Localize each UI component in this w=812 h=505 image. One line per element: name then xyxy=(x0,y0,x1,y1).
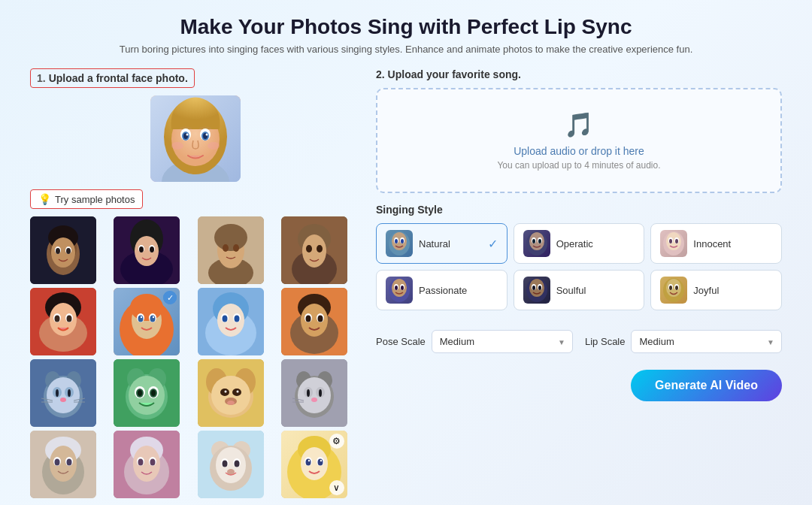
style-joyful[interactable]: Joyful xyxy=(650,270,782,310)
upload-song-label: 2. Upload your favorite song. xyxy=(376,68,782,80)
svg-point-111 xyxy=(236,391,238,393)
svg-point-31 xyxy=(150,246,154,252)
scale-controls-row: Pose Scale Medium Low High Lip Scale Med… xyxy=(376,330,782,353)
pose-scale-select[interactable]: Medium Low High xyxy=(432,330,573,353)
photo-face-6 xyxy=(114,288,180,355)
svg-point-191 xyxy=(538,286,541,290)
style-name-soulful: Soulful xyxy=(556,285,635,296)
svg-point-102 xyxy=(151,390,156,396)
svg-point-13 xyxy=(171,142,183,150)
photo-face-14 xyxy=(114,431,180,498)
sample-photo-10[interactable] xyxy=(114,359,180,427)
lip-scale-select[interactable]: Medium Low High xyxy=(631,330,782,353)
main-photo-area xyxy=(30,95,361,182)
svg-point-129 xyxy=(50,446,77,482)
svg-point-158 xyxy=(305,459,311,466)
svg-point-132 xyxy=(55,459,60,466)
svg-point-37 xyxy=(233,244,239,252)
style-soulful[interactable]: Soulful xyxy=(514,270,645,310)
expand-icon[interactable]: ∨ xyxy=(329,480,344,495)
svg-point-178 xyxy=(669,239,672,243)
sample-photo-13[interactable] xyxy=(30,431,96,498)
svg-point-85 xyxy=(56,389,59,397)
svg-point-36 xyxy=(223,244,229,252)
style-passionate[interactable]: Passionate xyxy=(376,270,508,310)
svg-point-87 xyxy=(60,398,66,402)
svg-point-190 xyxy=(532,286,535,290)
sample-photo-16[interactable]: ⚙ ∨ xyxy=(281,431,347,498)
natural-check-icon: ✓ xyxy=(488,237,498,251)
gear-icon[interactable]: ⚙ xyxy=(329,434,344,449)
svg-point-50 xyxy=(55,316,60,322)
svg-point-11 xyxy=(186,134,189,136)
style-natural[interactable]: Natural ✓ xyxy=(376,223,508,264)
svg-point-173 xyxy=(538,239,541,243)
svg-point-19 xyxy=(51,237,75,268)
sample-photo-3[interactable] xyxy=(198,216,264,284)
svg-point-60 xyxy=(141,316,142,318)
style-thumb-passionate xyxy=(386,277,413,304)
photo-face-13 xyxy=(30,431,96,498)
pose-scale-label: Pose Scale xyxy=(376,336,426,347)
sample-photo-8[interactable] xyxy=(281,288,347,355)
photo-face-7 xyxy=(198,288,264,355)
svg-point-184 xyxy=(395,286,398,290)
photo-face-9 xyxy=(30,359,96,427)
svg-point-82 xyxy=(47,377,80,413)
pose-scale-group: Pose Scale Medium Low High xyxy=(376,330,573,353)
svg-point-96 xyxy=(129,376,165,415)
style-thumb-joyful xyxy=(660,277,687,304)
sample-photo-15[interactable] xyxy=(198,431,264,498)
try-sample-photos-button[interactable]: 💡 Try sample photos xyxy=(30,189,143,209)
style-name-passionate: Passionate xyxy=(419,285,498,296)
upload-audio-area[interactable]: 🎵 Upload audio or drop it here You can u… xyxy=(376,88,782,193)
page-title: Make Your Photos Sing with Perfect Lip S… xyxy=(120,15,693,39)
svg-point-30 xyxy=(139,246,144,252)
style-operatic[interactable]: Operatic xyxy=(514,223,645,264)
svg-point-160 xyxy=(308,460,310,461)
photo-grid: ✓ xyxy=(30,216,361,498)
photo-face-4 xyxy=(281,216,347,284)
svg-point-149 xyxy=(222,461,227,467)
sample-photo-14[interactable] xyxy=(114,431,180,498)
style-name-joyful: Joyful xyxy=(693,285,772,296)
generate-ai-video-button[interactable]: Generate AI Video xyxy=(631,370,782,401)
sample-photo-4[interactable] xyxy=(281,216,347,284)
sample-photo-1[interactable] xyxy=(30,216,96,284)
right-bottom: Generate AI Video xyxy=(376,370,782,401)
sample-photo-5[interactable] xyxy=(30,288,96,355)
right-panel: 2. Upload your favorite song. 🎵 Upload a… xyxy=(376,68,782,498)
svg-point-77 xyxy=(317,316,323,322)
svg-point-65 xyxy=(217,304,244,337)
page-subtitle: Turn boring pictures into singing faces … xyxy=(120,44,693,55)
lip-scale-select-wrapper[interactable]: Medium Low High xyxy=(631,330,782,353)
style-name-operatic: Operatic xyxy=(556,238,635,249)
photo-face-8 xyxy=(281,288,347,355)
style-face-joyful xyxy=(660,277,687,304)
pose-scale-select-wrapper[interactable]: Medium Low High xyxy=(432,330,573,353)
sample-photo-12[interactable] xyxy=(281,359,347,427)
sample-photo-11[interactable] xyxy=(198,359,264,427)
sample-photo-9[interactable] xyxy=(30,359,96,427)
style-thumb-natural xyxy=(386,230,413,257)
left-panel: 1. Upload a frontal face photo. xyxy=(30,68,361,498)
sample-photo-6[interactable]: ✓ xyxy=(114,288,180,355)
svg-point-22 xyxy=(56,248,60,254)
photo-face-2 xyxy=(114,216,180,284)
style-face-operatic xyxy=(523,230,550,257)
style-thumb-innocent xyxy=(660,230,687,257)
sample-photo-7[interactable] xyxy=(198,288,264,355)
photo-face-5 xyxy=(30,288,96,355)
photo-face-1 xyxy=(30,216,96,284)
main-content: 1. Upload a frontal face photo. xyxy=(30,68,782,498)
svg-point-166 xyxy=(395,239,398,243)
sample-photo-2[interactable] xyxy=(114,216,180,284)
photo-face-12 xyxy=(281,359,347,427)
svg-point-122 xyxy=(319,389,322,397)
style-innocent[interactable]: Innocent xyxy=(650,223,782,264)
svg-point-146 xyxy=(216,447,246,483)
svg-point-161 xyxy=(320,460,322,461)
section-num-left: 1. xyxy=(37,72,46,84)
photo-face-15 xyxy=(198,431,264,498)
style-face-passionate xyxy=(386,277,413,304)
